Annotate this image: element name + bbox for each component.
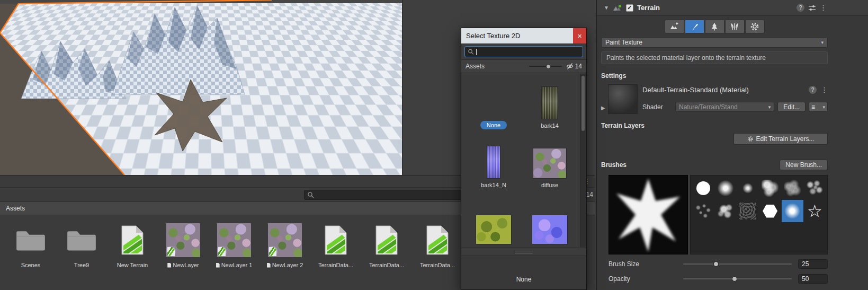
popup-hidden-count-label: 14 (575, 63, 582, 70)
material-name: Default-Terrain-Standard (Material) (642, 86, 749, 94)
brush-size-field[interactable]: 25 (798, 259, 828, 269)
paint-mode-value: Paint Texture (605, 39, 642, 46)
popup-hidden-count[interactable]: 14 (566, 63, 582, 70)
component-menu-icon[interactable]: ⋮ (820, 4, 827, 11)
asset-item[interactable]: TerrainData... (412, 223, 463, 268)
asset-item[interactable]: NewLayer 2 (259, 223, 310, 268)
text-cursor (476, 49, 477, 55)
brushes-section-label: Brushes (601, 161, 627, 169)
paint-details-icon (730, 22, 739, 31)
picker-item-label: bark14_N (478, 181, 509, 189)
brush-star-outline[interactable] (804, 200, 826, 222)
opacity-field[interactable]: 50 (798, 274, 828, 284)
brush-blob-scatter[interactable] (804, 177, 826, 199)
presets-icon[interactable] (808, 4, 816, 12)
terrain-component-header[interactable]: ▼ ✓ Terrain ? ⋮ (597, 0, 868, 16)
mini-page-icon (167, 247, 175, 256)
brushes-header-row: Brushes New Brush... (601, 160, 828, 170)
asset-label: NewLayer (167, 262, 199, 268)
asset-item[interactable]: Scenes (5, 223, 56, 268)
picker-item-label (547, 247, 553, 248)
thumbnail-size-slider[interactable] (529, 66, 562, 67)
tool-paint-trees[interactable] (705, 20, 724, 33)
search-icon (468, 48, 474, 55)
eye-slash-icon (566, 63, 574, 70)
tool-help-text: Paints the selected material layer onto … (606, 54, 766, 61)
slider-thumb[interactable] (546, 64, 551, 69)
slider-thumb[interactable] (732, 276, 737, 282)
material-help-icon[interactable]: ? (809, 86, 817, 94)
popup-title-bar[interactable]: Select Texture 2D × (461, 28, 586, 43)
asset-item[interactable]: New Terrain (107, 223, 158, 268)
asset-thumbnail (318, 223, 353, 258)
brush-circle-solid[interactable] (692, 177, 714, 199)
material-foldout-icon[interactable]: ▶ (601, 105, 605, 111)
create-neighbor-terrains-icon (669, 22, 679, 31)
popup-search-field[interactable] (464, 46, 583, 57)
tool-paint-details[interactable] (725, 20, 745, 33)
shader-label: Shader (642, 103, 672, 111)
edit-terrain-layers-label: Edit Terrain Layers... (756, 135, 815, 143)
picker-item[interactable]: diffuse (522, 133, 578, 192)
opacity-slider[interactable] (683, 278, 792, 279)
shader-dropdown[interactable]: Nature/Terrain/Stand ▾ (675, 102, 774, 112)
brush-dot-soft[interactable] (737, 177, 758, 199)
tool-help-box: Paints the selected material layer onto … (601, 51, 828, 64)
material-presets-button[interactable]: ≡ ▾ (809, 102, 828, 112)
asset-item[interactable]: NewLayer (158, 223, 209, 268)
scene-view[interactable] (0, 0, 402, 175)
inspector-panel: ▼ ✓ Terrain ? ⋮ (596, 0, 868, 290)
brush-splatter[interactable] (714, 200, 736, 222)
popup-scrollbar[interactable] (580, 74, 586, 247)
component-enabled-checkbox[interactable]: ✓ (626, 4, 633, 12)
foldout-arrow-icon[interactable]: ▼ (604, 5, 609, 11)
popup-search-input[interactable] (479, 48, 580, 56)
paint-mode-dropdown[interactable]: Paint Texture ▾ (601, 37, 828, 48)
brush-blob-rough[interactable] (782, 177, 803, 199)
new-brush-button[interactable]: New Brush... (780, 160, 828, 170)
popup-breadcrumb[interactable]: Assets (466, 63, 485, 70)
chevron-down-icon: ▾ (821, 40, 824, 45)
picker-item[interactable] (522, 192, 578, 248)
asset-item[interactable]: TerrainData... (310, 223, 361, 268)
edit-terrain-layers-button[interactable]: Edit Terrain Layers... (733, 133, 828, 145)
mountains-left (21, 41, 126, 99)
picker-item-label: None (480, 121, 507, 129)
brush-square-soft[interactable] (782, 200, 803, 222)
asset-label: Scenes (21, 262, 41, 268)
tool-terrain-settings[interactable] (745, 20, 765, 33)
terrain-toolbar (601, 20, 828, 33)
slider-thumb[interactable] (713, 261, 719, 267)
asset-item[interactable]: Tree9 (56, 223, 107, 268)
popup-splitter[interactable] (461, 248, 586, 256)
texture-grid-wrap: None bark14 bark14_N diffuse (461, 73, 586, 248)
scene-overlay (0, 0, 402, 175)
scrollbar-thumb[interactable] (581, 76, 585, 131)
picker-item[interactable]: None (466, 73, 522, 133)
picker-item[interactable]: bark14_N (466, 133, 522, 192)
close-button[interactable]: × (573, 28, 586, 43)
brush-hexagon-solid[interactable] (759, 200, 781, 222)
asset-thumbnail (369, 223, 404, 258)
tool-create-neighbor-terrains[interactable] (665, 20, 684, 33)
material-preview-thumbnail[interactable] (608, 84, 638, 114)
brush-noise-faint[interactable] (737, 200, 758, 222)
material-menu-icon[interactable]: ⋮ (821, 86, 828, 93)
mountains-right (112, 5, 245, 94)
brush-circle-soft[interactable] (714, 177, 736, 199)
picker-item-label: bark14 (538, 122, 562, 129)
picker-item[interactable] (466, 192, 522, 248)
picker-item-thumbnail (533, 148, 567, 179)
help-icon[interactable]: ? (797, 4, 804, 12)
inspector-body: Paint Texture ▾ Paints the selected mate… (597, 16, 868, 284)
brush-size-label: Brush Size (601, 260, 683, 268)
brush-size-slider[interactable] (683, 263, 792, 265)
edit-shader-button[interactable]: Edit... (777, 102, 806, 112)
tool-paint-terrain[interactable] (685, 20, 704, 33)
asset-item[interactable]: NewLayer 1 (209, 223, 259, 268)
terrain-file-icon (374, 225, 399, 256)
brush-blob-mottled[interactable] (759, 177, 781, 199)
brush-scatter-faint[interactable] (692, 200, 714, 222)
asset-item[interactable]: TerrainData... (361, 223, 412, 268)
picker-item[interactable]: bark14 (522, 73, 578, 133)
